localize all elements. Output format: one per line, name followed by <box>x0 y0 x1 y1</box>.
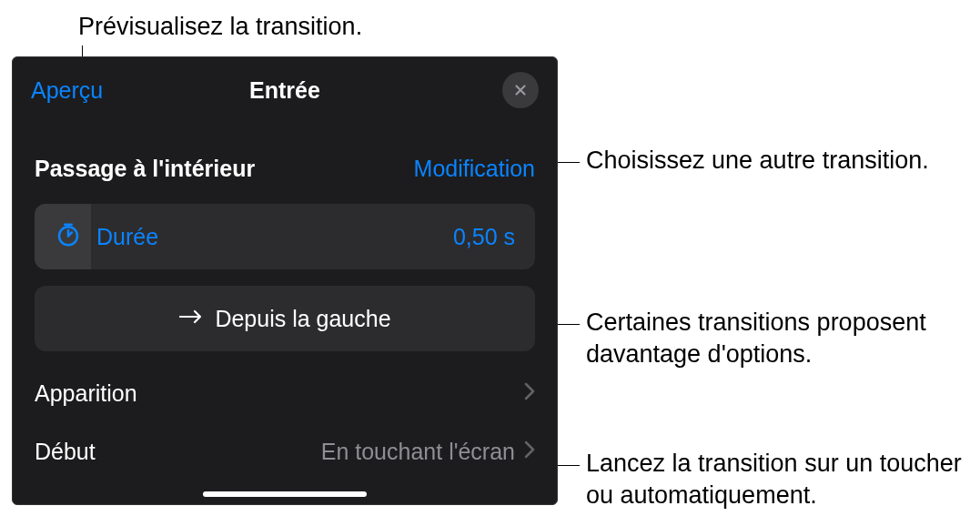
preview-button[interactable]: Aperçu <box>31 77 103 104</box>
duration-label: Durée <box>96 224 158 250</box>
callout-modify: Choisissez une autre transition. <box>586 145 929 177</box>
direction-button[interactable]: Depuis la gauche <box>35 286 535 351</box>
panel-title: Entrée <box>249 77 320 104</box>
start-value: En touchant l'écran <box>321 439 515 465</box>
transition-panel: Aperçu Entrée Passage à l'intérieur Modi… <box>12 56 558 505</box>
duration-row[interactable]: Durée 0,50 s <box>35 204 535 269</box>
apparition-label: Apparition <box>35 380 137 407</box>
callout-start: Lancez la transition sur un toucher ou a… <box>586 448 980 511</box>
close-button[interactable] <box>502 72 539 108</box>
start-label: Début <box>35 439 96 465</box>
arrow-right-icon <box>178 308 204 329</box>
direction-label: Depuis la gauche <box>215 306 390 332</box>
modify-button[interactable]: Modification <box>414 156 535 182</box>
start-row[interactable]: Début En touchant l'écran <box>35 422 535 481</box>
close-icon <box>512 82 529 98</box>
duration-value: 0,50 s <box>453 224 515 250</box>
apparition-row[interactable]: Apparition <box>35 364 535 422</box>
home-indicator <box>203 491 367 497</box>
chevron-right-icon <box>524 440 535 462</box>
callout-preview: Prévisualisez la transition. <box>78 11 362 43</box>
timer-icon <box>55 221 82 252</box>
section-header: Passage à l'intérieur Modification <box>13 117 557 197</box>
transition-name: Passage à l'intérieur <box>35 156 255 182</box>
panel-header: Aperçu Entrée <box>13 57 557 117</box>
callout-direction: Certaines transitions proposent davantag… <box>586 307 980 370</box>
chevron-right-icon <box>524 382 535 404</box>
